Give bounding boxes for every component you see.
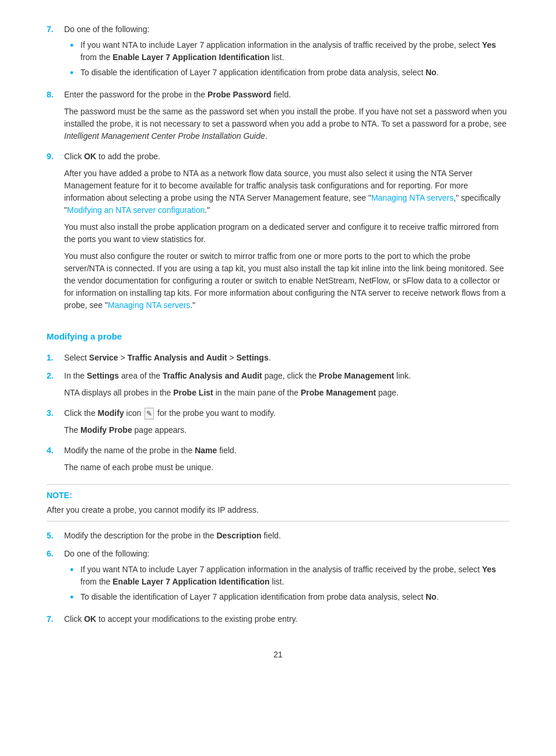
section-step-content-1: Select Service > Traffic Analysis and Au… (64, 352, 509, 364)
section-sub-item-text-1: If you want NTA to include Layer 7 appli… (80, 564, 509, 588)
section-step-content-2: In the Settings area of the Traffic Anal… (64, 370, 509, 401)
section-step-6-intro: Do one of the following: (64, 548, 509, 560)
step-number-9: 9. (47, 150, 64, 163)
link-managing-nta[interactable]: Managing NTA servers (371, 193, 453, 202)
section-step-1: 1. Select Service > Traffic Analysis and… (47, 352, 509, 364)
modify-icon: ✎ (145, 408, 154, 419)
section-step-content-4: Modify the name of the probe in the Name… (64, 444, 509, 476)
section-step-5: 5. Modify the description for the probe … (47, 530, 509, 542)
section-step-content-7: Click OK to accept your modifications to… (64, 613, 509, 625)
section-step-content-3: Click the Modify icon ✎ for the probe yo… (64, 407, 509, 439)
section-sub-item-1: • If you want NTA to include Layer 7 app… (70, 564, 509, 588)
bullet-2: • (70, 66, 80, 80)
sub-item-text-1: If you want NTA to include Layer 7 appli… (80, 39, 509, 64)
link-modifying-nta[interactable]: Modifying an NTA server configuration (67, 205, 205, 215)
section-step-number-1: 1. (47, 352, 64, 364)
step-7-top-sublist: • If you want NTA to include Layer 7 app… (70, 39, 509, 80)
section-step-4-intro: Modify the name of the probe in the Name… (64, 444, 509, 457)
step-9-para-3: You must also configure the router or sw… (64, 250, 509, 312)
section-step-1-text: Select Service > Traffic Analysis and Au… (64, 352, 509, 364)
step-number-7-top: 7. (47, 23, 64, 36)
section-step-3-continuation: The Modify Probe page appears. (64, 424, 509, 436)
section-step-2-intro: In the Settings area of the Traffic Anal… (64, 370, 509, 382)
section-step-number-5: 5. (47, 530, 64, 542)
step-9-intro: Click OK to add the probe. (64, 150, 509, 163)
section-bullet-2: • (70, 591, 80, 604)
section-step-6: 6. Do one of the following: • If you wan… (47, 548, 509, 607)
section-step-number-2: 2. (47, 370, 64, 382)
step-8-intro: Enter the password for the probe in the … (64, 89, 509, 101)
section-step-3-intro: Click the Modify icon ✎ for the probe yo… (64, 407, 509, 419)
note-label: NOTE: (47, 489, 509, 502)
section-step-6-sublist: • If you want NTA to include Layer 7 app… (70, 564, 509, 604)
step-8: 8. Enter the password for the probe in t… (47, 89, 509, 145)
section-bullet-1: • (70, 564, 80, 577)
step-content-9: Click OK to add the probe. After you hav… (64, 150, 509, 314)
step-content-8: Enter the password for the probe in the … (64, 89, 509, 145)
sub-item-1: • If you want NTA to include Layer 7 app… (70, 39, 509, 64)
sub-item-text-2: To disable the identification of Layer 7… (80, 66, 509, 79)
page-number: 21 (47, 649, 509, 661)
section-step-7-text: Click OK to accept your modifications to… (64, 613, 509, 625)
section-sub-item-text-2: To disable the identification of Layer 7… (80, 591, 509, 603)
section-step-2: 2. In the Settings area of the Traffic A… (47, 370, 509, 401)
step-9-para-2: You must also install the probe applicat… (64, 221, 509, 246)
link-managing-nta-2[interactable]: Managing NTA servers (108, 300, 190, 310)
section-step-content-5: Modify the description for the probe in … (64, 530, 509, 542)
step-7-top-intro: Do one of the following: (64, 23, 509, 36)
section-sub-item-2: • To disable the identification of Layer… (70, 591, 509, 604)
section-step-number-4: 4. (47, 444, 64, 457)
sub-item-2: • To disable the identification of Layer… (70, 66, 509, 80)
section-step-number-3: 3. (47, 407, 64, 419)
note-text: After you create a probe, you cannot mod… (47, 504, 509, 516)
note-box: NOTE: After you create a probe, you cann… (47, 484, 509, 522)
section-step-4: 4. Modify the name of the probe in the N… (47, 444, 509, 476)
section-step-5-text: Modify the description for the probe in … (64, 530, 509, 542)
step-7-top: 7. Do one of the following: • If you wan… (47, 23, 509, 83)
section-step-number-6: 6. (47, 548, 64, 560)
section-step-number-7: 7. (47, 613, 64, 625)
section-heading: Modifying a probe (47, 330, 509, 344)
section-step-3: 3. Click the Modify icon ✎ for the probe… (47, 407, 509, 439)
step-9-para-1: After you have added a probe to NTA as a… (64, 167, 509, 216)
section-step-4-continuation: The name of each probe must be unique. (64, 461, 509, 474)
section-step-7: 7. Click OK to accept your modifications… (47, 613, 509, 625)
step-8-continuation: The password must be the same as the pas… (64, 106, 509, 142)
step-number-8: 8. (47, 89, 64, 101)
step-content-7-top: Do one of the following: • If you want N… (64, 23, 509, 83)
step-9: 9. Click OK to add the probe. After you … (47, 150, 509, 314)
bullet-1: • (70, 39, 80, 52)
section-step-content-6: Do one of the following: • If you want N… (64, 548, 509, 607)
section-step-2-continuation: NTA displays all probes in the Probe Lis… (64, 387, 509, 399)
